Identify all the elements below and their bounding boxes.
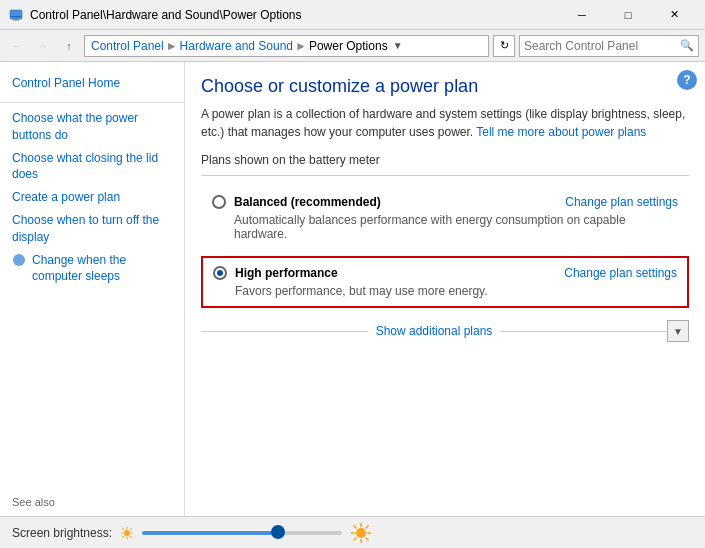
svg-point-16 bbox=[356, 528, 366, 538]
windows-mobility-label: Windows Mobility Center bbox=[32, 515, 164, 516]
brightness-label: Screen brightness: bbox=[12, 526, 112, 540]
svg-line-24 bbox=[354, 537, 357, 540]
show-more-chevron-icon[interactable]: ▼ bbox=[667, 320, 689, 342]
back-button[interactable]: ← bbox=[6, 35, 28, 57]
breadcrumb-sep-2: ► bbox=[295, 39, 307, 53]
maximize-button[interactable]: □ bbox=[605, 0, 651, 30]
sidebar-link-computer-sleeps[interactable]: Change when the computer sleeps bbox=[0, 249, 184, 289]
plan-high-performance-left: High performance bbox=[213, 266, 338, 280]
search-icon[interactable]: 🔍 bbox=[680, 39, 694, 52]
breadcrumb-sep-1: ► bbox=[166, 39, 178, 53]
brightness-sun-large-icon bbox=[350, 522, 372, 544]
breadcrumb-power-options: Power Options bbox=[309, 39, 388, 53]
minimize-button[interactable]: ─ bbox=[559, 0, 605, 30]
main-container: Control Panel Home Choose what the power… bbox=[0, 62, 705, 516]
section-divider bbox=[201, 175, 689, 176]
forward-button[interactable]: → bbox=[32, 35, 54, 57]
svg-rect-1 bbox=[13, 19, 19, 21]
show-more-line-right bbox=[500, 331, 667, 332]
svg-rect-2 bbox=[11, 16, 21, 17]
plan-high-performance: High performance Change plan settings Fa… bbox=[201, 256, 689, 308]
sidebar-link-create-plan[interactable]: Create a power plan bbox=[0, 186, 184, 209]
refresh-button[interactable]: ↻ bbox=[493, 35, 515, 57]
breadcrumb-bar: Control Panel ► Hardware and Sound ► Pow… bbox=[84, 35, 489, 57]
sidebar-link-turn-off-display[interactable]: Choose when to turn off the display bbox=[0, 209, 184, 249]
show-more-line-left bbox=[201, 331, 368, 332]
plan-balanced-settings[interactable]: Change plan settings bbox=[565, 195, 678, 209]
plan-high-performance-header: High performance Change plan settings bbox=[213, 266, 677, 280]
brightness-slider-track[interactable] bbox=[142, 531, 342, 535]
titlebar: Control Panel\Hardware and Sound\Power O… bbox=[0, 0, 705, 30]
page-title: Choose or customize a power plan bbox=[201, 76, 689, 97]
svg-rect-0 bbox=[10, 10, 22, 19]
plan-high-performance-desc: Favors performance, but may use more ene… bbox=[235, 284, 677, 298]
sidebar-link-lid-label: Choose what closing the lid does bbox=[12, 150, 172, 184]
intro-link[interactable]: Tell me more about power plans bbox=[476, 125, 646, 139]
sidebar-link-computer-sleeps-icon bbox=[12, 253, 28, 269]
show-more-text[interactable]: Show additional plans bbox=[368, 324, 501, 338]
help-button[interactable]: ? bbox=[677, 70, 697, 90]
sidebar-link-lid[interactable]: Choose what closing the lid does bbox=[0, 147, 184, 187]
plan-high-performance-name: High performance bbox=[235, 266, 338, 280]
plan-balanced-left: Balanced (recommended) bbox=[212, 195, 381, 209]
window-title: Control Panel\Hardware and Sound\Power O… bbox=[30, 8, 559, 22]
sidebar-home-link[interactable]: Control Panel Home bbox=[0, 72, 184, 98]
brightness-sun-small-icon bbox=[120, 526, 134, 540]
svg-line-14 bbox=[130, 528, 132, 530]
brightness-slider-thumb[interactable] bbox=[271, 525, 285, 539]
app-icon bbox=[8, 7, 24, 23]
content-area: ? Choose or customize a power plan A pow… bbox=[185, 62, 705, 516]
up-button[interactable]: ↑ bbox=[58, 35, 80, 57]
search-box: 🔍 bbox=[519, 35, 699, 57]
sidebar-link-power-buttons[interactable]: Choose what the power buttons do bbox=[0, 107, 184, 147]
radio-selected-dot bbox=[217, 270, 223, 276]
sidebar-link-turn-off-display-label: Choose when to turn off the display bbox=[12, 212, 172, 246]
svg-line-21 bbox=[354, 525, 357, 528]
sidebar-link-power-buttons-label: Choose what the power buttons do bbox=[12, 110, 172, 144]
section-label: Plans shown on the battery meter bbox=[201, 153, 689, 167]
show-more-row: Show additional plans ▼ bbox=[201, 320, 689, 342]
sidebar-divider-1 bbox=[0, 102, 184, 103]
svg-line-22 bbox=[366, 537, 369, 540]
plan-balanced-name: Balanced (recommended) bbox=[234, 195, 381, 209]
svg-line-15 bbox=[123, 536, 125, 538]
sidebar-link-computer-sleeps-label: Change when the computer sleeps bbox=[32, 252, 172, 286]
plan-balanced-header: Balanced (recommended) Change plan setti… bbox=[212, 195, 678, 209]
sidebar: Control Panel Home Choose what the power… bbox=[0, 62, 185, 516]
svg-line-13 bbox=[130, 536, 132, 538]
breadcrumb-dropdown[interactable]: ▼ bbox=[388, 35, 408, 57]
sidebar-windows-mobility[interactable]: Windows Mobility Center bbox=[0, 512, 184, 516]
plan-balanced-desc: Automatically balances performance with … bbox=[234, 213, 678, 241]
plan-high-performance-radio[interactable] bbox=[213, 266, 227, 280]
svg-point-7 bbox=[124, 530, 130, 536]
breadcrumb-control-panel[interactable]: Control Panel bbox=[91, 39, 164, 53]
svg-line-23 bbox=[366, 525, 369, 528]
bottombar: Screen brightness: bbox=[0, 516, 705, 548]
plan-high-performance-settings[interactable]: Change plan settings bbox=[564, 266, 677, 280]
svg-line-12 bbox=[123, 528, 125, 530]
search-input[interactable] bbox=[524, 39, 680, 53]
plan-balanced: Balanced (recommended) Change plan setti… bbox=[201, 186, 689, 250]
plan-balanced-radio[interactable] bbox=[212, 195, 226, 209]
breadcrumb-hardware-sound[interactable]: Hardware and Sound bbox=[180, 39, 293, 53]
addressbar: ← → ↑ Control Panel ► Hardware and Sound… bbox=[0, 30, 705, 62]
intro-text: A power plan is a collection of hardware… bbox=[201, 105, 689, 141]
svg-point-3 bbox=[13, 254, 25, 266]
see-also-label: See also bbox=[0, 488, 184, 512]
close-button[interactable]: ✕ bbox=[651, 0, 697, 30]
sidebar-link-create-plan-label: Create a power plan bbox=[12, 189, 120, 206]
window-controls: ─ □ ✕ bbox=[559, 0, 697, 30]
